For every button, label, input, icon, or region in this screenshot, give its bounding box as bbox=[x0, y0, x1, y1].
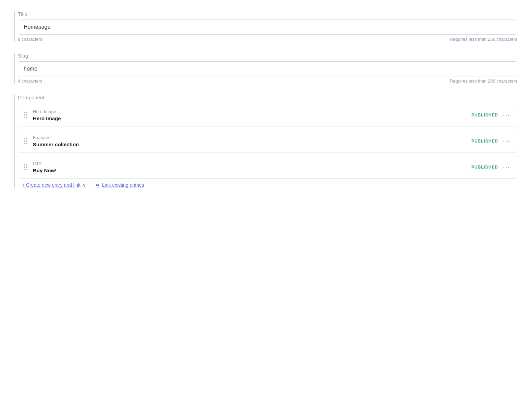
dot bbox=[24, 112, 25, 113]
dot bbox=[24, 140, 25, 142]
dot bbox=[26, 140, 27, 142]
card-actions-hero: PUBLISHED ··· bbox=[471, 112, 511, 119]
more-button-featured[interactable]: ··· bbox=[502, 138, 511, 145]
title-char-limit: Requires less than 256 characters bbox=[450, 37, 517, 42]
title-char-count: 8 characters bbox=[18, 37, 42, 42]
card-type-cta: CTA bbox=[33, 161, 471, 166]
link-icon: ⇔ bbox=[96, 182, 100, 188]
dot bbox=[26, 114, 27, 116]
dot bbox=[26, 169, 27, 170]
card-type-featured: Featured bbox=[33, 135, 471, 140]
component-label: Component bbox=[18, 95, 517, 100]
slug-label: Slug bbox=[18, 53, 517, 59]
dot bbox=[26, 143, 27, 144]
slug-char-limit: Requires less than 256 characters bbox=[450, 78, 517, 84]
drag-dots-hero bbox=[24, 112, 27, 118]
drag-handle-featured[interactable] bbox=[24, 138, 27, 144]
slug-field-group: Slug 4 characters Requires less than 256… bbox=[14, 53, 517, 84]
more-button-cta[interactable]: ··· bbox=[502, 164, 511, 171]
drag-handle-hero[interactable] bbox=[24, 112, 27, 118]
card-title-cta: Buy Now! bbox=[33, 168, 471, 173]
title-meta: 8 characters Requires less than 256 char… bbox=[18, 37, 517, 42]
chevron-down-icon[interactable]: ∨ bbox=[83, 183, 86, 188]
dot bbox=[24, 138, 25, 139]
card-content-featured: Featured Summer collection bbox=[33, 135, 471, 147]
drag-dots-cta bbox=[24, 164, 27, 170]
title-label: Title bbox=[18, 11, 517, 17]
dot bbox=[24, 117, 25, 118]
title-field-group: Title 8 characters Requires less than 25… bbox=[14, 11, 517, 42]
card-content-hero: Hero Image Hero Image bbox=[33, 109, 471, 121]
create-new-entry-link[interactable]: + Create new entry and link bbox=[22, 182, 81, 188]
dot bbox=[26, 112, 27, 113]
card-type-hero: Hero Image bbox=[33, 109, 471, 114]
dot bbox=[24, 164, 25, 165]
card-content-cta: CTA Buy Now! bbox=[33, 161, 471, 173]
component-card-featured: Featured Summer collection PUBLISHED ··· bbox=[18, 130, 517, 152]
card-title-hero: Hero Image bbox=[33, 115, 471, 121]
link-existing-entries-link[interactable]: ⇔ Link existing entries bbox=[96, 182, 144, 188]
dot bbox=[24, 143, 25, 144]
dot bbox=[26, 117, 27, 118]
dot bbox=[26, 166, 27, 168]
dot bbox=[26, 164, 27, 165]
card-title-featured: Summer collection bbox=[33, 141, 471, 147]
dot bbox=[24, 169, 25, 170]
card-actions-featured: PUBLISHED ··· bbox=[471, 138, 511, 145]
published-badge-cta: PUBLISHED bbox=[471, 165, 498, 170]
title-input[interactable] bbox=[18, 20, 517, 35]
component-card-hero: Hero Image Hero Image PUBLISHED ··· bbox=[18, 104, 517, 126]
published-badge-featured: PUBLISHED bbox=[471, 139, 498, 144]
footer-actions: + Create new entry and link ∨ ⇔ Link exi… bbox=[18, 182, 517, 188]
component-card-cta: CTA Buy Now! PUBLISHED ··· bbox=[18, 156, 517, 178]
drag-dots-featured bbox=[24, 138, 27, 144]
slug-input[interactable] bbox=[18, 61, 517, 76]
dot bbox=[26, 138, 27, 139]
published-badge-hero: PUBLISHED bbox=[471, 113, 498, 118]
card-actions-cta: PUBLISHED ··· bbox=[471, 164, 511, 171]
component-section: Component Hero Image Hero Image PUBLISHE… bbox=[14, 95, 517, 188]
more-button-hero[interactable]: ··· bbox=[502, 112, 511, 119]
slug-char-count: 4 characters bbox=[18, 78, 42, 84]
create-link-group: + Create new entry and link ∨ bbox=[22, 182, 86, 188]
dot bbox=[24, 114, 25, 116]
dot bbox=[24, 166, 25, 168]
slug-meta: 4 characters Requires less than 256 char… bbox=[18, 78, 517, 84]
drag-handle-cta[interactable] bbox=[24, 164, 27, 170]
